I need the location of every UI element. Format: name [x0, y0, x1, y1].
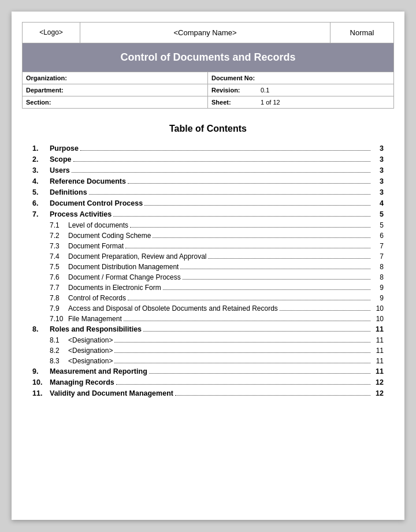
- toc-subsection-num: 7.7: [32, 284, 68, 292]
- info-row-docno: Document No:: [208, 72, 393, 84]
- revision-label: Revision:: [208, 84, 257, 96]
- toc-dots: [280, 310, 370, 311]
- toc-subsection-num: 7.10: [32, 315, 68, 323]
- toc-subsection-label: Documents in Electronic Form: [68, 284, 372, 292]
- toc-subsection-label-text: Documents in Electronic Form: [68, 284, 161, 292]
- toc-dots: [153, 237, 370, 238]
- toc-subsection-label: <Designation>: [68, 347, 372, 355]
- toc-section-num: 4.: [32, 177, 50, 185]
- toc-subsection-label: Document / Format Change Process: [68, 273, 372, 281]
- toc-subsection-label-text: File Management: [68, 315, 122, 323]
- toc-subsection-page: 11: [372, 357, 384, 365]
- toc-section-label-text: Roles and Responsibilities: [50, 325, 142, 333]
- toc-section-page: 11: [372, 367, 384, 375]
- toc-dots: [80, 150, 370, 151]
- toc-subsection: 7.10File Management10: [32, 315, 384, 323]
- toc-dots: [114, 363, 370, 363]
- toc-subsection-label: File Management: [68, 315, 372, 323]
- toc-subsection-label: Document Distribution Management: [68, 263, 372, 271]
- toc-subsection: 7.1Level of documents5: [32, 221, 384, 229]
- toc-subsection-page: 9: [372, 284, 384, 292]
- revision-value: 0.1: [257, 84, 393, 96]
- toc-subsection-num: 7.2: [32, 232, 68, 240]
- toc-dots: [175, 395, 370, 396]
- toc-section-label: Validity and Document Management: [50, 389, 372, 397]
- info-row-department: Department:: [23, 84, 208, 96]
- header-logo: <Logo>: [23, 23, 80, 43]
- docno-label: Document No:: [208, 72, 258, 84]
- toc-section: 6.Document Control Process4: [32, 199, 384, 207]
- toc-subsection-page: 9: [372, 294, 384, 302]
- toc-subsection: 7.4Document Preparation, Review and Appr…: [32, 252, 384, 261]
- toc-subsection-label-text: Document Preparation, Review and Approva…: [68, 252, 206, 261]
- toc-section-num: 7.: [32, 210, 50, 218]
- toc-section-num: 11.: [32, 389, 50, 397]
- info-row-section: Section:: [23, 96, 208, 108]
- toc-section-num: 8.: [32, 325, 50, 333]
- toc-section-label: Scope: [50, 155, 372, 163]
- toc-subsection-label-text: <Designation>: [68, 336, 113, 344]
- toc-section-page: 4: [372, 199, 384, 207]
- section-value: [72, 96, 207, 108]
- toc-section: 9.Measurement and Reporting11: [32, 367, 384, 375]
- toc-dots: [125, 248, 370, 248]
- department-label: Department:: [23, 84, 72, 96]
- toc-subsection-label: Document Preparation, Review and Approva…: [68, 252, 372, 261]
- toc-section: 8.Roles and Responsibilities11: [32, 325, 384, 333]
- toc-section-page: 5: [372, 210, 384, 218]
- toc-section-page: 11: [372, 325, 384, 333]
- toc-section-label: Definitions: [50, 188, 372, 196]
- toc-section-label: Roles and Responsibilities: [50, 325, 372, 333]
- toc-dots: [130, 227, 370, 228]
- toc-subsection-label-text: Document / Format Change Process: [68, 273, 181, 281]
- toc-subsection: 8.1<Designation>11: [32, 336, 384, 344]
- toc-section: 11.Validity and Document Management12: [32, 389, 384, 397]
- toc-dots: [143, 331, 370, 332]
- toc-subsection-label: Document Coding Scheme: [68, 232, 372, 240]
- toc-dots: [116, 384, 370, 385]
- toc-subsection: 8.3<Designation>11: [32, 357, 384, 365]
- toc-section: 1.Purpose3: [32, 144, 384, 152]
- toc-subsection-num: 7.1: [32, 221, 68, 229]
- toc-subsection-label-text: Document Format: [68, 242, 124, 250]
- toc-subsection-label: Document Format: [68, 242, 372, 250]
- toc-subsection-label: <Designation>: [68, 357, 372, 365]
- toc-section-num: 9.: [32, 367, 50, 375]
- toc-dots: [124, 321, 370, 321]
- toc-section-page: 3: [372, 177, 384, 185]
- toc-section-label: Users: [50, 166, 372, 174]
- toc-section-label-text: Managing Records: [50, 378, 114, 386]
- organization-label: Organization:: [23, 72, 72, 84]
- info-row-sheet: Sheet: 1 of 12: [208, 96, 393, 108]
- toc-section-page: 3: [372, 188, 384, 196]
- toc-subsection-page: 7: [372, 252, 384, 261]
- toc-section: 10.Managing Records12: [32, 378, 384, 386]
- toc-subsection-page: 8: [372, 273, 384, 281]
- toc-dots: [114, 352, 370, 353]
- toc-subsection: 7.2Document Coding Scheme6: [32, 232, 384, 240]
- toc-title: Table of Contents: [32, 124, 384, 134]
- toc-subsection: 7.5Document Distribution Management8: [32, 263, 384, 271]
- toc-subsection-num: 7.5: [32, 263, 68, 271]
- toc-subsection-page: 11: [372, 347, 384, 355]
- toc-subsection-label-text: Control of Records: [68, 294, 126, 302]
- toc-subsection-num: 8.3: [32, 357, 68, 365]
- toc-subsection-label-text: Level of documents: [68, 221, 128, 229]
- toc-subsection-page: 10: [372, 304, 384, 312]
- toc-dots: [114, 342, 370, 343]
- toc-subsection-label-text: Document Coding Scheme: [68, 232, 151, 240]
- info-right: Document No: Revision: 0.1 Sheet: 1 of 1…: [208, 72, 393, 108]
- toc-section-label: Purpose: [50, 144, 372, 152]
- info-row-organization: Organization:: [23, 72, 208, 84]
- toc-subsection-label: <Designation>: [68, 336, 372, 344]
- toc-section-num: 10.: [32, 378, 50, 386]
- toc-section-label-text: Document Control Process: [50, 199, 143, 207]
- toc-subsection: 7.7Documents in Electronic Form9: [32, 284, 384, 292]
- toc-section-page: 12: [372, 378, 384, 386]
- toc-container: 1.Purpose32.Scope33.Users34.Reference Do…: [32, 144, 384, 397]
- toc-section-num: 3.: [32, 166, 50, 174]
- toc-dots: [128, 300, 370, 300]
- docno-value: [258, 72, 393, 84]
- toc-subsection-page: 5: [372, 221, 384, 229]
- toc-subsection: 7.8Control of Records9: [32, 294, 384, 302]
